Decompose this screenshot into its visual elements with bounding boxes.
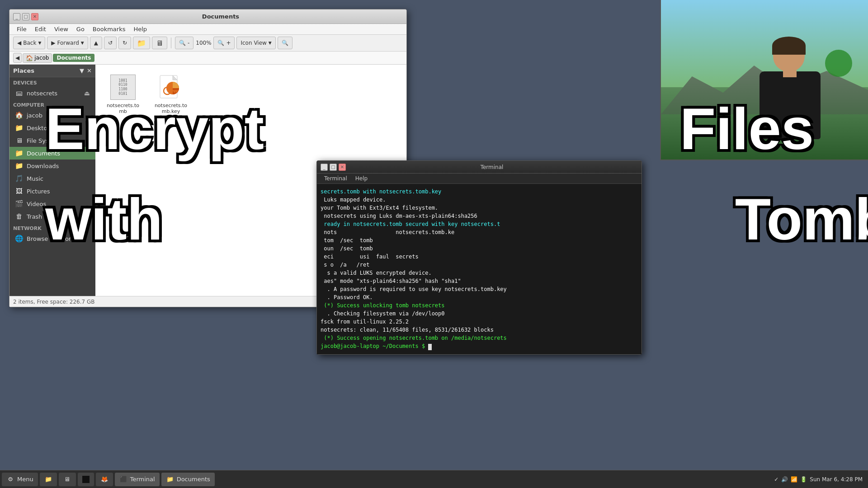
documents-icon: 📁 bbox=[15, 149, 23, 157]
systray: ✓ 🔊 📶 🔋 Sun Mar 6, 4:28 PM bbox=[774, 476, 863, 483]
sidebar-item-music[interactable]: 🎵 Music bbox=[9, 172, 95, 185]
taskbar-terminal-button[interactable]: ⬛ Terminal bbox=[115, 473, 160, 486]
trash-icon: 🗑 bbox=[15, 212, 23, 221]
sidebar-item-trash[interactable]: 🗑 Trash bbox=[9, 210, 95, 223]
menu-edit[interactable]: Edit bbox=[31, 25, 50, 33]
taskbar-firefox-button[interactable]: 🦊 bbox=[96, 473, 113, 486]
term-line: notsecrets using Luks dm-aes-xts-plain64… bbox=[321, 212, 638, 220]
breadcrumb-toggle[interactable]: ◀ bbox=[13, 53, 22, 63]
places-label: Places bbox=[13, 67, 80, 74]
terminal-controls: _ □ ✕ bbox=[321, 164, 346, 171]
battery-icon: 🔋 bbox=[800, 476, 807, 483]
term-menu-terminal[interactable]: Terminal bbox=[321, 174, 351, 183]
computer-section-title: Computer bbox=[9, 99, 95, 109]
term-line: (*) Success unlocking tomb notsecrets bbox=[321, 301, 638, 310]
term-line: s a valid LUKS encrypted device. bbox=[321, 269, 638, 277]
places-header: Places ▼ ✕ bbox=[9, 65, 95, 77]
term-line: (*) Success opening notsecrets.tomb on /… bbox=[321, 334, 638, 342]
zoom-in-button[interactable]: 🔍 + bbox=[213, 37, 235, 49]
reload2-button[interactable]: ↻ bbox=[118, 37, 131, 49]
sidebar: Places ▼ ✕ Devices 🖴 notsecrets ⏏ Comput… bbox=[9, 65, 95, 296]
status-text: 2 items, Free space: 226.7 GB bbox=[13, 299, 94, 305]
search-button[interactable]: 🔍 bbox=[278, 37, 292, 49]
term-close-button[interactable]: ✕ bbox=[339, 164, 346, 171]
term-line: s o /a /ret bbox=[321, 261, 638, 269]
up-button[interactable]: ▲ bbox=[90, 37, 102, 49]
desktop-icon: 📁 bbox=[15, 124, 23, 132]
computer-button[interactable]: 🖥 bbox=[152, 37, 167, 49]
taskbar-files-button[interactable]: 📁 bbox=[40, 473, 57, 486]
forward-button[interactable]: ▶ Forward ▼ bbox=[47, 37, 88, 49]
close-button[interactable]: ✕ bbox=[31, 13, 38, 20]
term-prompt-line: jacob@jacob-laptop ~/Documents $ bbox=[321, 342, 638, 350]
filesystem-icon: 🖥 bbox=[15, 136, 23, 145]
list-item[interactable]: notsecrets.tomb.key bbox=[151, 72, 191, 116]
taskbar: ⚙ Menu 📁 🖥 🦊 ⬛ Terminal 📁 Documents bbox=[0, 470, 868, 488]
taskbar-left: ⚙ Menu 📁 🖥 🦊 ⬛ Terminal 📁 Documents bbox=[0, 473, 215, 486]
sidebar-item-videos[interactable]: 🎬 Videos bbox=[9, 197, 95, 210]
network-status-icon: ✓ bbox=[774, 476, 778, 483]
sidebar-item-browse-network[interactable]: 🌐 Browse Network bbox=[9, 232, 95, 245]
reload-button[interactable]: ↺ bbox=[104, 37, 117, 49]
minimize-button[interactable]: _ bbox=[13, 13, 20, 20]
term-maximize-button[interactable]: □ bbox=[330, 164, 337, 171]
home-icon: 🏠 bbox=[15, 111, 23, 119]
home-icon: 🏠 bbox=[26, 55, 33, 61]
network-icon: 📶 bbox=[791, 476, 797, 483]
sidebar-item-pictures[interactable]: 🖼 Pictures bbox=[9, 185, 95, 197]
toolbar-separator bbox=[171, 38, 171, 48]
taskbar-screen-button[interactable]: 🖥 bbox=[59, 473, 76, 486]
list-item[interactable]: 1001011011000101 notsecrets.tomb bbox=[103, 72, 143, 116]
home-folder-icon: 📁 bbox=[137, 39, 146, 47]
term-line: nots notsecrets.tomb.ke bbox=[321, 228, 638, 236]
term-minimize-button[interactable]: _ bbox=[321, 164, 328, 171]
places-close-icon[interactable]: ✕ bbox=[87, 67, 92, 74]
devices-section-title: Devices bbox=[9, 77, 95, 87]
term-line: ready in notsecrets.tomb secured with ke… bbox=[321, 220, 638, 228]
taskbar-documents-button[interactable]: 📁 Documents bbox=[161, 473, 215, 486]
sidebar-item-jacob[interactable]: 🏠 jacob bbox=[9, 109, 95, 122]
term-line: . Password OK. bbox=[321, 293, 638, 301]
terminal-title: Terminal bbox=[346, 164, 638, 170]
volume-icon[interactable]: 🔊 bbox=[781, 476, 788, 483]
breadcrumb-bar: ◀ 🏠 jacob Documents bbox=[9, 52, 406, 65]
home-folder-button[interactable]: 📁 bbox=[133, 37, 150, 49]
menu-help[interactable]: Help bbox=[130, 25, 151, 33]
sidebar-item-notsecrets[interactable]: 🖴 notsecrets ⏏ bbox=[9, 87, 95, 99]
taskbar-black-button[interactable] bbox=[78, 473, 94, 486]
sidebar-item-desktop[interactable]: 📁 Desktop bbox=[9, 122, 95, 134]
terminal-content[interactable]: secrets.tomb with notsecrets.tomb.key Lu… bbox=[317, 184, 642, 354]
desktop: _ □ ✕ Documents File Edit View Go Bookma… bbox=[0, 0, 868, 488]
menu-file[interactable]: File bbox=[13, 25, 30, 33]
menu-bookmarks[interactable]: Bookmarks bbox=[89, 25, 129, 33]
term-line: oun /sec tomb bbox=[321, 244, 638, 253]
sidebar-item-filesystem[interactable]: 🖥 File System bbox=[9, 134, 95, 147]
sidebar-item-downloads[interactable]: 📁 Downloads bbox=[9, 160, 95, 172]
window-titlebar: _ □ ✕ Documents bbox=[9, 9, 406, 24]
term-line: eci usi faul secrets bbox=[321, 253, 638, 261]
term-line: secrets.tomb with notsecrets.tomb.key bbox=[321, 188, 638, 196]
term-line: . A password is required to use key nots… bbox=[321, 285, 638, 293]
pictures-icon: 🖼 bbox=[15, 187, 23, 195]
menu-view[interactable]: View bbox=[51, 25, 72, 33]
tomb-file-icon: 1001011011000101 bbox=[109, 74, 137, 101]
file-name-tomb: notsecrets.tomb bbox=[104, 103, 142, 114]
menu-go[interactable]: Go bbox=[73, 25, 88, 33]
sidebar-item-notsecrets-label: notsecrets bbox=[27, 90, 57, 97]
term-menu-help[interactable]: Help bbox=[352, 174, 371, 183]
taskbar-menu-button[interactable]: ⚙ Menu bbox=[2, 473, 38, 486]
back-button[interactable]: ◀ Back ▼ bbox=[13, 37, 45, 49]
maximize-button[interactable]: □ bbox=[22, 13, 29, 20]
view-selector[interactable]: Icon View ▼ bbox=[236, 37, 275, 49]
breadcrumb-home[interactable]: 🏠 jacob bbox=[23, 53, 52, 63]
videos-icon: 🎬 bbox=[15, 200, 23, 208]
sidebar-item-documents[interactable]: 📁 Documents bbox=[9, 147, 95, 160]
firefox-icon: 🦊 bbox=[100, 475, 108, 483]
eject-icon[interactable]: ⏏ bbox=[84, 89, 90, 97]
search-icon: 🔍 bbox=[282, 40, 288, 46]
term-line: your Tomb with Ext3/Ext4 filesystem. bbox=[321, 204, 638, 212]
zoom-out-button[interactable]: 🔍 - bbox=[175, 37, 193, 49]
term-line: fsck from util-linux 2.25.2 bbox=[321, 318, 638, 326]
overlay-text-tomb: Tomb bbox=[735, 190, 868, 249]
forward-arrow-icon: ▶ bbox=[51, 40, 55, 46]
